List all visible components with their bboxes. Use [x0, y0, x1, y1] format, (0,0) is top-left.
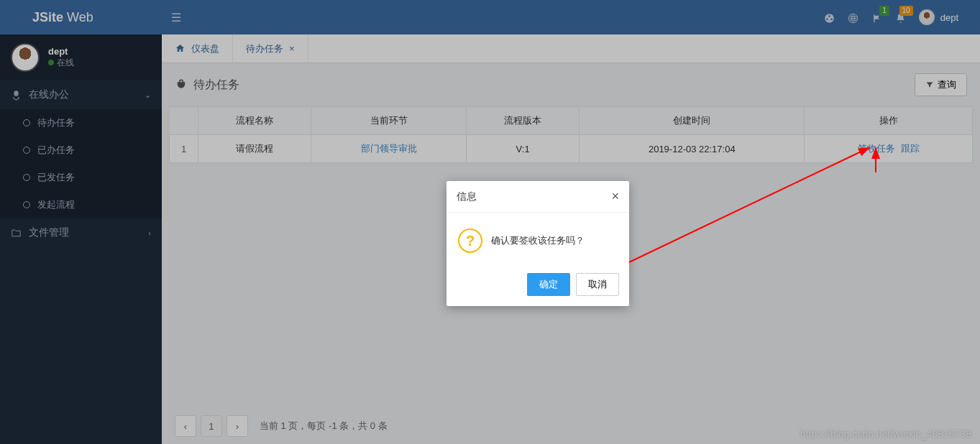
dialog-message: 确认要签收该任务吗？: [491, 234, 585, 247]
dialog-title: 信息: [457, 190, 477, 203]
question-icon: ?: [458, 228, 482, 253]
confirm-dialog: 信息 × ? 确认要签收该任务吗？ 确定 取消: [447, 181, 629, 306]
dialog-close-icon[interactable]: ×: [611, 189, 619, 204]
confirm-button[interactable]: 确定: [527, 273, 570, 296]
dialog-body: ? 确认要签收该任务吗？: [447, 213, 629, 266]
dialog-header: 信息 ×: [447, 181, 629, 213]
dialog-footer: 确定 取消: [447, 266, 629, 306]
cancel-button[interactable]: 取消: [576, 273, 619, 296]
